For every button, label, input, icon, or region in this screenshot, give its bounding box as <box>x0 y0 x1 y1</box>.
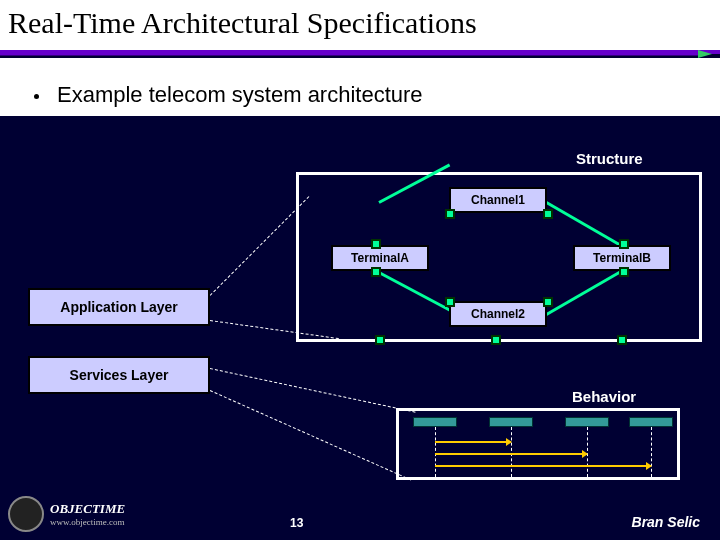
title-underline-arrow <box>0 50 720 60</box>
services-layer-box: Services Layer <box>28 356 210 394</box>
logo-text: OBJECTIME www.objectime.com <box>50 501 125 527</box>
lifeline-head <box>489 417 533 427</box>
bullet-text: Example telecom system architecture <box>57 82 423 108</box>
callout-line <box>210 368 416 413</box>
message-arrow <box>435 453 587 455</box>
port-icon <box>619 267 629 277</box>
message-arrow <box>435 465 651 467</box>
capsule-channel2: Channel2 <box>449 301 547 327</box>
slide-title: Real-Time Architectural Specifications <box>0 0 720 54</box>
connector <box>378 271 452 312</box>
port-icon <box>371 239 381 249</box>
port-icon <box>445 297 455 307</box>
behavior-diagram <box>396 408 680 480</box>
port-icon <box>371 267 381 277</box>
connector <box>542 270 621 318</box>
capsule-channel1: Channel1 <box>449 187 547 213</box>
application-layer-box: Application Layer <box>28 288 210 326</box>
port-icon <box>375 335 385 345</box>
message-arrow <box>435 441 511 443</box>
lifeline <box>511 427 512 477</box>
lifeline-head <box>565 417 609 427</box>
lifeline <box>435 427 436 477</box>
brand-name: OBJECTIME <box>50 501 125 516</box>
page-number: 13 <box>290 516 303 530</box>
callout-line <box>210 196 310 296</box>
author-name: Bran Selic <box>632 514 700 530</box>
logo-icon <box>8 496 44 532</box>
structure-diagram: Channel1 Channel2 TerminalA TerminalB <box>296 172 702 342</box>
bullet-row: Example telecom system architecture <box>34 82 423 108</box>
port-icon <box>619 239 629 249</box>
lifeline-head <box>629 417 673 427</box>
lifeline-head <box>413 417 457 427</box>
behavior-heading: Behavior <box>572 388 636 405</box>
svg-marker-1 <box>698 50 712 58</box>
port-icon <box>617 335 627 345</box>
footer-logo: OBJECTIME www.objectime.com <box>8 496 125 532</box>
port-icon <box>543 297 553 307</box>
bullet-dot-icon <box>34 94 39 99</box>
connector <box>378 164 450 204</box>
connector <box>542 199 621 247</box>
brand-url: www.objectime.com <box>50 517 125 527</box>
port-icon <box>491 335 501 345</box>
port-icon <box>543 209 553 219</box>
structure-heading: Structure <box>576 150 643 167</box>
port-icon <box>445 209 455 219</box>
